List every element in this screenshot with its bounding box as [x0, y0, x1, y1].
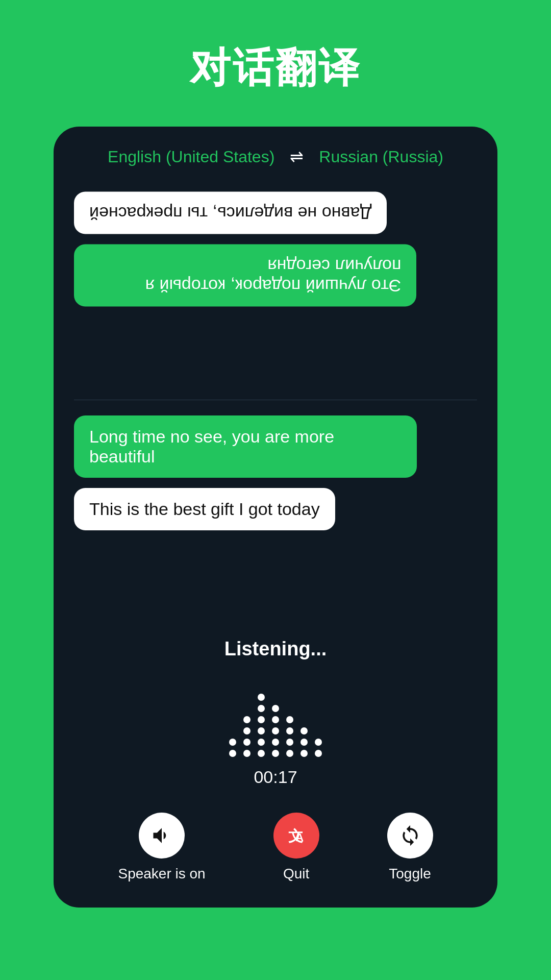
- message-bubble-white: This is the best gift I got today: [74, 488, 335, 530]
- wave-dot: [258, 705, 265, 712]
- quit-button[interactable]: 文 A: [273, 813, 319, 859]
- upper-chat-section: Это лучший подарок, который я получил се…: [54, 182, 497, 400]
- svg-text:A: A: [295, 831, 304, 844]
- listening-section: Listening...: [54, 623, 497, 802]
- wave-dot: [300, 739, 308, 746]
- wave-dot: [315, 739, 322, 746]
- speaker-control: Speaker is on: [118, 813, 205, 882]
- toggle-control: Toggle: [387, 813, 433, 882]
- wave-col-5: [286, 716, 293, 757]
- bottom-controls: Speaker is on 文 A Quit Toggle: [54, 802, 497, 908]
- wave-dot: [286, 739, 293, 746]
- page-title: 对话翻译: [190, 41, 361, 96]
- waveform: [229, 675, 322, 757]
- wave-dot: [300, 750, 308, 757]
- quit-label: Quit: [283, 866, 309, 882]
- wave-col-6: [300, 727, 308, 757]
- wave-col-3: [258, 694, 265, 757]
- toggle-button[interactable]: [387, 813, 433, 859]
- wave-dot: [272, 705, 279, 712]
- wave-dot: [229, 750, 236, 757]
- wave-dot: [243, 750, 251, 757]
- wave-col-2: [243, 716, 251, 757]
- wave-dot: [258, 694, 265, 701]
- toggle-label: Toggle: [389, 866, 431, 882]
- speaker-button[interactable]: [139, 813, 185, 859]
- listening-label: Listening...: [224, 638, 327, 660]
- speaker-label: Speaker is on: [118, 866, 205, 882]
- message-bubble-green: Long time no see, you are more beautiful: [74, 415, 417, 478]
- wave-col-7: [315, 739, 322, 757]
- translate-icon: 文 A: [285, 824, 308, 847]
- wave-dot: [243, 727, 251, 734]
- wave-dot: [258, 739, 265, 746]
- wave-dot: [272, 716, 279, 723]
- wave-dot: [286, 716, 293, 723]
- wave-dot: [243, 739, 251, 746]
- translator-card: English (United States) ⇌ Russian (Russi…: [54, 127, 497, 908]
- wave-dot: [258, 727, 265, 734]
- timer-display: 00:17: [254, 767, 297, 787]
- toggle-icon: [399, 824, 421, 847]
- language-header: English (United States) ⇌ Russian (Russi…: [54, 127, 497, 182]
- wave-dot: [286, 727, 293, 734]
- wave-dot: [258, 716, 265, 723]
- lower-chat-section: Long time no see, you are more beautiful…: [54, 400, 497, 623]
- flipped-bubble-white: Давно не виделись, ты прекрасней: [74, 192, 387, 234]
- wave-dot: [243, 716, 251, 723]
- quit-control: 文 A Quit: [273, 813, 319, 882]
- wave-dot: [272, 727, 279, 734]
- target-language[interactable]: Russian (Russia): [319, 148, 443, 166]
- speaker-icon: [151, 824, 173, 847]
- wave-col-1: [229, 739, 236, 757]
- wave-dot: [258, 750, 265, 757]
- source-language[interactable]: English (United States): [108, 148, 274, 166]
- wave-dot: [300, 727, 308, 734]
- wave-col-4: [272, 705, 279, 757]
- swap-icon: ⇌: [290, 147, 304, 166]
- flipped-bubble-green: Это лучший подарок, который я получил се…: [74, 244, 417, 307]
- wave-dot: [315, 750, 322, 757]
- wave-dot: [229, 739, 236, 746]
- wave-dot: [286, 750, 293, 757]
- wave-dot: [272, 739, 279, 746]
- wave-dot: [272, 750, 279, 757]
